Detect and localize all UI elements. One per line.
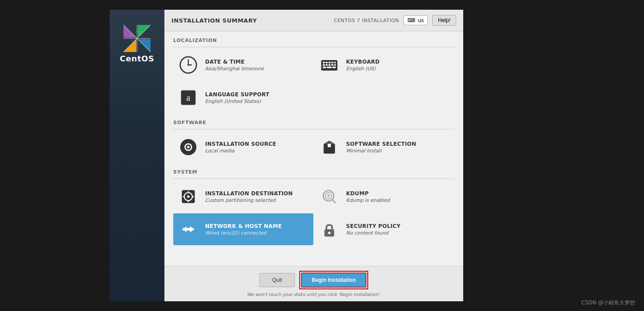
svg-point-12 <box>187 64 189 66</box>
kdump-item[interactable]: KDUMP Kdump is enabled <box>314 181 454 212</box>
installation-destination-item[interactable]: INSTALLATION DESTINATION Custom partitio… <box>173 181 313 212</box>
installer-window: CentOS INSTALLATION SUMMARY CENTOS 7 INS… <box>110 10 463 301</box>
language-icon: a <box>178 87 199 108</box>
language-support-subtitle: English (United States) <box>205 99 270 104</box>
centos-brand-label: CentOS <box>120 54 154 63</box>
network-hostname-item[interactable]: NETWORK & HOST NAME Wired (ens32) connec… <box>173 213 313 245</box>
main-panel: INSTALLATION SUMMARY CENTOS 7 INSTALLATI… <box>164 10 463 301</box>
svg-text:a: a <box>187 93 191 102</box>
localization-section-header: LOCALIZATION <box>173 31 454 47</box>
network-hostname-title: NETWORK & HOST NAME <box>205 223 282 229</box>
security-policy-text: SECURITY POLICY No content found <box>346 223 400 236</box>
svg-rect-24 <box>323 67 326 68</box>
language-support-title: LANGUAGE SUPPORT <box>205 91 270 98</box>
installation-destination-icon <box>178 186 199 207</box>
begin-installation-wrapper: Begin Installation <box>299 271 368 289</box>
screen: CentOS INSTALLATION SUMMARY CENTOS 7 INS… <box>0 0 644 311</box>
svg-point-41 <box>187 195 190 198</box>
keyboard-item-icon <box>319 54 340 76</box>
keyboard-text: KEYBOARD English (US) <box>346 59 380 72</box>
top-bar: INSTALLATION SUMMARY CENTOS 7 INSTALLATI… <box>164 10 463 31</box>
installation-destination-title: INSTALLATION DESTINATION <box>205 190 293 197</box>
software-grid: INSTALLATION SOURCE Local media <box>173 131 454 163</box>
installation-source-title: INSTALLATION SOURCE <box>205 141 276 147</box>
footer-note: We won't touch your disks until you clic… <box>247 292 381 297</box>
bottom-buttons: Quit Begin Installation <box>171 271 456 289</box>
software-selection-subtitle: Minimal Install <box>346 148 416 154</box>
system-section-header: SYSTEM <box>173 163 454 179</box>
installation-destination-subtitle: Custom partitioning selected <box>205 197 293 203</box>
begin-installation-button[interactable]: Begin Installation <box>301 273 366 288</box>
security-policy-subtitle: No content found <box>346 230 400 236</box>
help-button[interactable]: Help! <box>432 15 456 26</box>
svg-rect-22 <box>332 64 334 66</box>
software-selection-item[interactable]: SOFTWARE SELECTION Minimal Install <box>314 131 454 163</box>
installation-source-item[interactable]: INSTALLATION SOURCE Local media <box>173 131 313 163</box>
software-selection-text: SOFTWARE SELECTION Minimal Install <box>346 141 416 154</box>
svg-rect-34 <box>328 144 331 147</box>
network-hostname-icon <box>178 219 199 240</box>
language-support-item[interactable]: a LANGUAGE SUPPORT English (United State… <box>173 82 313 114</box>
installation-source-text: INSTALLATION SOURCE Local media <box>205 141 276 154</box>
date-time-text: DATE & TIME Asia/Shanghai timezone <box>205 59 264 72</box>
centos-logo <box>122 23 152 54</box>
software-section-header: SOFTWARE <box>173 114 454 129</box>
keyboard-icon: ⌨ <box>408 17 415 23</box>
date-time-subtitle: Asia/Shanghai timezone <box>205 66 264 72</box>
network-hostname-subtitle: Wired (ens32) connected <box>205 230 282 236</box>
keyboard-item[interactable]: KEYBOARD English (US) <box>314 49 454 81</box>
svg-rect-20 <box>326 64 328 66</box>
date-time-title: DATE & TIME <box>205 59 264 65</box>
svg-rect-18 <box>334 62 336 64</box>
installation-source-subtitle: Local media <box>205 148 276 154</box>
kdump-subtitle: Kdump is enabled <box>346 197 390 203</box>
svg-rect-17 <box>332 62 334 64</box>
quit-button[interactable]: Quit <box>259 273 295 287</box>
keyboard-subtitle: English (US) <box>346 66 380 72</box>
kdump-text: KDUMP Kdump is enabled <box>346 190 390 203</box>
sidebar: CentOS <box>110 10 164 301</box>
installation-source-icon <box>178 137 199 158</box>
security-policy-item[interactable]: SECURITY POLICY No content found <box>314 213 454 245</box>
svg-rect-16 <box>328 62 331 64</box>
svg-marker-33 <box>324 140 335 144</box>
svg-rect-19 <box>323 64 325 66</box>
network-hostname-text: NETWORK & HOST NAME Wired (ens32) connec… <box>205 223 282 236</box>
system-grid: INSTALLATION DESTINATION Custom partitio… <box>173 181 454 245</box>
content-area: LOCALIZATION <box>164 31 463 266</box>
language-support-text: LANGUAGE SUPPORT English (United States) <box>205 91 270 104</box>
localization-grid: DATE & TIME Asia/Shanghai timezone <box>173 49 454 114</box>
svg-rect-21 <box>328 64 331 66</box>
svg-point-48 <box>328 232 331 235</box>
kdump-title: KDUMP <box>346 190 390 197</box>
svg-rect-23 <box>334 64 336 66</box>
top-right-area: CENTOS 7 INSTALLATION ⌨ us Help! <box>334 15 456 26</box>
security-policy-title: SECURITY POLICY <box>346 223 400 229</box>
centos-install-label: CENTOS 7 INSTALLATION <box>334 18 399 23</box>
kdump-icon <box>319 186 340 207</box>
svg-point-31 <box>187 146 190 148</box>
keyboard-input[interactable]: ⌨ us <box>404 15 428 25</box>
svg-rect-14 <box>323 62 325 64</box>
keyboard-item-title: KEYBOARD <box>346 59 380 65</box>
svg-line-44 <box>332 199 335 203</box>
svg-rect-25 <box>327 67 332 68</box>
keyboard-value: us <box>418 17 424 23</box>
installation-destination-text: INSTALLATION DESTINATION Custom partitio… <box>205 190 293 203</box>
svg-rect-26 <box>332 67 335 68</box>
bottom-bar: Quit Begin Installation We won't touch y… <box>164 266 463 301</box>
svg-rect-15 <box>326 62 328 64</box>
software-selection-title: SOFTWARE SELECTION <box>346 141 416 147</box>
date-time-item[interactable]: DATE & TIME Asia/Shanghai timezone <box>173 49 313 81</box>
security-policy-icon <box>319 219 340 240</box>
page-title: INSTALLATION SUMMARY <box>171 17 257 24</box>
software-selection-icon <box>319 137 340 158</box>
date-time-icon <box>178 54 199 76</box>
watermark: CSDN @小鲸鱼大梦想 <box>581 299 635 307</box>
